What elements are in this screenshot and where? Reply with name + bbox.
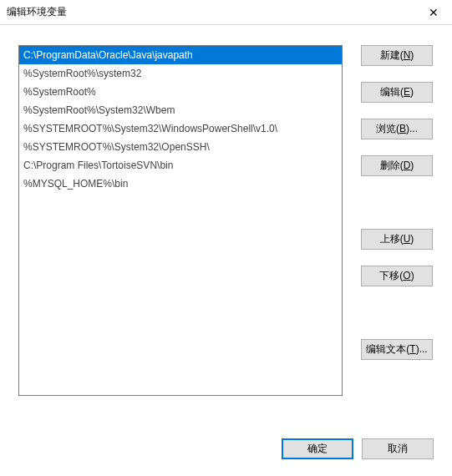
new-button[interactable]: 新建(N) <box>361 45 433 66</box>
bottom-bar: 确定 取消 <box>282 438 434 459</box>
move-up-button[interactable]: 上移(U) <box>361 229 433 250</box>
list-item[interactable]: %SYSTEMROOT%\System32\OpenSSH\ <box>19 138 342 156</box>
close-button[interactable]: ✕ <box>414 0 452 25</box>
list-item[interactable]: C:\ProgramData\Oracle\Java\javapath <box>19 46 342 64</box>
browse-button[interactable]: 浏览(B)... <box>361 119 433 139</box>
list-item[interactable]: %SystemRoot% <box>19 83 342 101</box>
cancel-button[interactable]: 取消 <box>362 438 434 459</box>
list-item[interactable]: %MYSQL_HOME%\bin <box>19 175 342 193</box>
ok-button[interactable]: 确定 <box>282 438 353 459</box>
list-item[interactable]: %SystemRoot%\System32\Wbem <box>19 101 342 119</box>
edit-text-button[interactable]: 编辑文本(T)... <box>361 339 433 360</box>
titlebar: 编辑环境变量 ✕ <box>0 0 452 25</box>
edit-button[interactable]: 编辑(E) <box>361 82 433 103</box>
window-title: 编辑环境变量 <box>7 5 67 19</box>
button-column: 新建(N) 编辑(E) 浏览(B)... 删除(D) 上移(U) 下移(O) 编… <box>361 45 433 396</box>
move-down-button[interactable]: 下移(O) <box>361 266 433 286</box>
close-icon: ✕ <box>429 6 439 19</box>
list-item[interactable]: %SystemRoot%\system32 <box>19 64 342 83</box>
path-listbox[interactable]: C:\ProgramData\Oracle\Java\javapath%Syst… <box>18 45 343 396</box>
list-item[interactable]: C:\Program Files\TortoiseSVN\bin <box>19 156 342 175</box>
list-item[interactable]: %SYSTEMROOT%\System32\WindowsPowerShell\… <box>19 119 342 138</box>
delete-button[interactable]: 删除(D) <box>361 155 433 176</box>
dialog-content: C:\ProgramData\Oracle\Java\javapath%Syst… <box>0 25 452 396</box>
